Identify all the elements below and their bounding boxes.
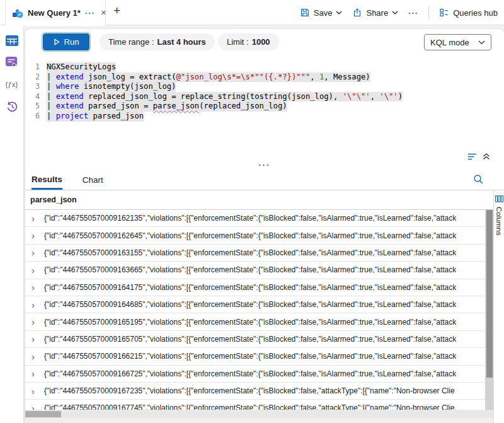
chevron-down-icon (478, 40, 485, 45)
panel-resize-handle[interactable]: ··· (25, 160, 504, 170)
row-json-text: {"id":"4467550570009167235","violations"… (44, 386, 455, 395)
results-grid: ›{"id":"4467550570009162135","violations… (25, 210, 493, 410)
table-row[interactable]: ›{"id":"4467550570009163665","violations… (25, 262, 493, 279)
expand-chevron-icon[interactable]: › (32, 282, 44, 292)
code-line: 2| extend json_log = extract(@"json_log\… (25, 72, 504, 83)
row-json-text: {"id":"4467550570009165705","violations"… (44, 335, 456, 344)
row-json-text: {"id":"4467550570009166725","violations"… (44, 369, 456, 378)
column-header-label: parsed_json (30, 195, 77, 204)
line-number: 3 (25, 82, 47, 92)
vertical-scrollbar-thumb[interactable] (486, 210, 493, 378)
expand-chevron-icon[interactable]: › (32, 317, 44, 327)
queries-icon[interactable] (5, 56, 19, 69)
table-row[interactable]: ›{"id":"4467550570009164175","violations… (25, 279, 493, 296)
query-tab[interactable]: New Query 1* ··· ✕ (5, 0, 106, 26)
table-row[interactable]: ›{"id":"4467550570009167745","violations… (25, 400, 493, 410)
columns-side-panel[interactable]: Columns (493, 190, 504, 423)
limit-label: Limit : (227, 37, 249, 47)
row-json-text: {"id":"4467550570009165195","violations"… (44, 318, 456, 327)
columns-icon (495, 195, 503, 202)
expand-chevron-icon[interactable]: › (32, 265, 44, 275)
time-range-label: Time range : (108, 37, 154, 47)
code-line: 1NGXSecurityLogs (25, 62, 504, 72)
divider (428, 6, 429, 19)
table-row[interactable]: ›{"id":"4467550570009164685","violations… (25, 296, 493, 313)
grid-column-header[interactable]: parsed_json (25, 190, 493, 210)
run-label: Run (64, 37, 79, 47)
results-tab-bar: Results Chart (25, 170, 504, 190)
tab-chart[interactable]: Chart (83, 170, 103, 190)
horizontal-scrollbar-thumb[interactable] (25, 411, 61, 417)
limit-value: 1000 (252, 37, 270, 47)
table-row[interactable]: ›{"id":"4467550570009167235","violations… (25, 383, 493, 400)
table-row[interactable]: ›{"id":"4467550570009163155","violations… (25, 245, 493, 262)
row-json-text: {"id":"4467550570009162645","violations"… (44, 231, 456, 240)
horizontal-scrollbar[interactable] (25, 410, 493, 418)
query-mode-value: KQL mode (430, 38, 469, 47)
line-number: 1 (25, 62, 47, 72)
row-json-text: {"id":"4467550570009163665","violations"… (44, 265, 456, 274)
row-json-text: {"id":"4467550570009164685","violations"… (44, 300, 456, 309)
history-icon[interactable] (5, 100, 19, 113)
query-tab-title: New Query 1* (28, 8, 81, 18)
top-tab-bar: New Query 1* ··· ✕ + Save (0, 0, 504, 25)
share-button[interactable]: Share (352, 8, 398, 18)
query-card: Run Time range : Last 4 hours Limit : 10… (25, 29, 504, 423)
queries-hub-button[interactable]: Queries hub (439, 8, 498, 18)
tab-close-icon[interactable]: ✕ (101, 9, 106, 17)
expand-chevron-icon[interactable]: › (32, 352, 44, 361)
query-mode-dropdown[interactable]: KQL mode (424, 34, 491, 50)
expand-chevron-icon[interactable]: › (32, 386, 44, 396)
table-row[interactable]: ›{"id":"4467550570009166215","violations… (25, 348, 493, 365)
expand-chevron-icon[interactable]: › (32, 300, 44, 310)
more-options-icon[interactable]: ··· (408, 8, 418, 18)
row-json-text: {"id":"4467550570009163155","violations"… (44, 248, 456, 257)
bottom-strip (25, 418, 504, 423)
table-icon[interactable] (5, 34, 19, 47)
table-row[interactable]: ›{"id":"4467550570009162135","violations… (25, 210, 493, 227)
collapse-panel-icon[interactable] (483, 153, 490, 160)
queries-hub-icon (439, 8, 449, 18)
time-range-picker[interactable]: Time range : Last 4 hours (100, 33, 215, 50)
run-button[interactable]: Run (43, 33, 89, 50)
expand-chevron-icon[interactable]: › (32, 231, 44, 240)
top-actions: Save Share ··· (300, 0, 498, 25)
line-number: 4 (25, 92, 47, 102)
row-json-text: {"id":"4467550570009166215","violations"… (44, 352, 456, 361)
functions-icon[interactable]: {ƒx} (5, 78, 19, 91)
code-line: 3| where isnotempty(json_log) (25, 82, 504, 92)
table-row[interactable]: ›{"id":"4467550570009165705","violations… (25, 331, 493, 348)
query-editor[interactable]: 1NGXSecurityLogs2| extend json_log = ext… (25, 55, 504, 158)
row-json-text: {"id":"4467550570009162135","violations"… (44, 214, 456, 223)
row-json-text: {"id":"4467550570009164175","violations"… (44, 283, 456, 292)
limit-picker[interactable]: Limit : 1000 (218, 33, 279, 50)
table-row[interactable]: ›{"id":"4467550570009165195","violations… (25, 313, 493, 330)
vertical-scrollbar[interactable] (485, 210, 493, 410)
save-icon (300, 8, 310, 18)
left-sidebar: {ƒx} (0, 25, 24, 423)
code-line: 6| project parsed_json (25, 112, 504, 122)
expand-chevron-icon[interactable]: › (32, 369, 44, 378)
table-row[interactable]: ›{"id":"4467550570009166725","violations… (25, 366, 493, 383)
chevron-down-icon (392, 11, 398, 14)
expand-chevron-icon[interactable]: › (32, 214, 44, 223)
code-line: 5| extend parsed_json = parse_json(repla… (25, 101, 504, 112)
tab-results[interactable]: Results (32, 170, 62, 190)
query-toolbar: Run Time range : Last 4 hours Limit : 10… (25, 29, 504, 55)
content-area: {ƒx} Run Time range : Last 4 hours (0, 25, 504, 423)
search-icon[interactable] (473, 174, 484, 185)
line-number: 2 (25, 72, 47, 83)
expand-chevron-icon[interactable]: › (32, 248, 44, 257)
expand-chevron-icon[interactable]: › (32, 403, 44, 410)
save-label: Save (314, 8, 333, 18)
new-tab-button[interactable]: + (113, 4, 120, 16)
share-icon (352, 8, 362, 18)
adx-logo-icon (12, 8, 23, 19)
row-json-text: {"id":"4467550570009167745","violations"… (44, 403, 455, 410)
expand-chevron-icon[interactable]: › (32, 334, 44, 344)
line-number: 5 (25, 101, 47, 112)
save-button[interactable]: Save (300, 8, 343, 18)
table-row[interactable]: ›{"id":"4467550570009162645","violations… (25, 227, 493, 244)
code-line: 4| extend replaced_json_log = replace_st… (25, 92, 504, 102)
tab-more-icon[interactable]: ··· (85, 8, 95, 18)
